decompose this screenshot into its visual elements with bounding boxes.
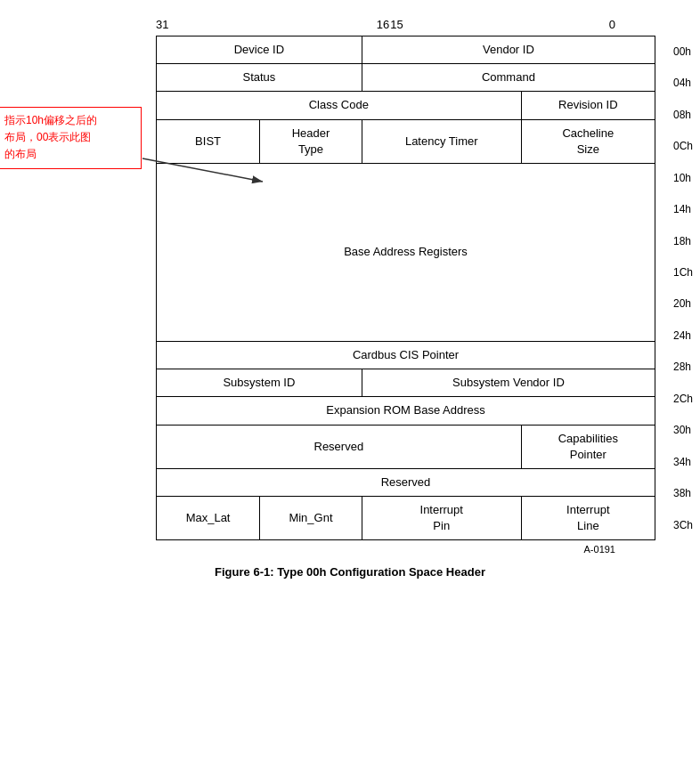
addr-28h: 28h (673, 352, 693, 383)
class-code-cell: Class Code (157, 92, 522, 119)
addr-1ch: 1Ch (673, 266, 693, 279)
bit-labels: 31 16 15 0 (156, 18, 615, 36)
addr-14h: 14h (673, 203, 693, 215)
interrupt-pin-cell: InterruptPin (362, 497, 521, 540)
reserved-34-cell: Reserved (157, 425, 522, 468)
table-row: BIST HeaderType Latency Timer CachelineS… (157, 119, 655, 163)
interrupt-line-cell: InterruptLine (521, 497, 655, 540)
revision-id-cell: Revision ID (521, 92, 655, 119)
addr-0ch: 0Ch (673, 130, 693, 161)
addr-2ch: 2Ch (673, 383, 693, 414)
bit-15: 15 (390, 18, 403, 31)
bist-cell: BIST (157, 119, 260, 163)
table-row: Max_Lat Min_Gnt InterruptPin InterruptLi… (157, 497, 655, 540)
table-row: Subsystem ID Subsystem Vendor ID (157, 369, 655, 397)
device-id-cell: Device ID (157, 36, 362, 64)
pci-config-table: Device ID Vendor ID Status Command Class… (156, 36, 655, 540)
addr-30h: 30h (673, 415, 693, 446)
table-row: Status Command (157, 64, 655, 92)
expansion-rom-cell: Expansion ROM Base Address (157, 397, 655, 425)
addr-base-block: 10h 14h 18h 1Ch 20h 24h (673, 162, 693, 352)
addr-04h: 04h (673, 67, 693, 98)
page: 指示10h偏移之后的 布局，00表示此图 的布局 31 16 15 0 Devi… (18, 18, 682, 579)
addr-00h: 00h (673, 36, 693, 67)
addr-20h: 20h (673, 297, 693, 310)
status-cell: Status (157, 64, 362, 92)
max-lat-cell: Max_Lat (157, 497, 260, 540)
command-cell: Command (362, 64, 655, 92)
addr-18h: 18h (673, 235, 693, 247)
bit-0: 0 (609, 18, 615, 31)
table-row: Reserved (157, 468, 655, 496)
base-address-registers-cell: Base Address Registers (157, 163, 655, 341)
addr-24h: 24h (673, 329, 693, 342)
reserved-38-cell: Reserved (157, 468, 655, 496)
capabilities-pointer-cell: CapabilitiesPointer (521, 425, 655, 468)
table-row: Reserved CapabilitiesPointer (157, 425, 655, 468)
addr-08h: 08h (673, 99, 693, 130)
bit-31: 31 (156, 18, 168, 31)
annotation-text: 指示10h偏移之后的 布局，00表示此图 的布局 (4, 114, 97, 160)
watermark: A-0191 (156, 544, 615, 555)
cacheline-size-cell: CachelineSize (521, 119, 655, 163)
bit-16: 16 (377, 18, 389, 31)
table-row: Device ID Vendor ID (157, 36, 655, 64)
addr-34h: 34h (673, 446, 693, 477)
table-row: Cardbus CIS Pointer (157, 341, 655, 369)
table-row: Expansion ROM Base Address (157, 397, 655, 425)
table-row: Base Address Registers (157, 163, 655, 341)
subsystem-vendor-id-cell: Subsystem Vendor ID (362, 369, 655, 397)
header-type-cell: HeaderType (260, 119, 362, 163)
addr-3ch: 3Ch (673, 509, 693, 540)
min-gnt-cell: Min_Gnt (260, 497, 362, 540)
subsystem-id-cell: Subsystem ID (157, 369, 362, 397)
annotation-box: 指示10h偏移之后的 布局，00表示此图 的布局 (0, 107, 142, 169)
latency-timer-cell: Latency Timer (362, 119, 521, 163)
address-labels: 00h 04h 08h 0Ch 10h 14h 18h 1Ch 20h 24h … (673, 36, 693, 540)
addr-10h: 10h (673, 172, 693, 184)
addr-38h: 38h (673, 478, 693, 509)
table-row: Class Code Revision ID (157, 92, 655, 119)
figure-caption: Figure 6-1: Type 00h Configuration Space… (18, 565, 682, 579)
cardbus-cis-pointer-cell: Cardbus CIS Pointer (157, 341, 655, 369)
vendor-id-cell: Vendor ID (362, 36, 655, 64)
table-wrapper: Device ID Vendor ID Status Command Class… (156, 36, 655, 540)
